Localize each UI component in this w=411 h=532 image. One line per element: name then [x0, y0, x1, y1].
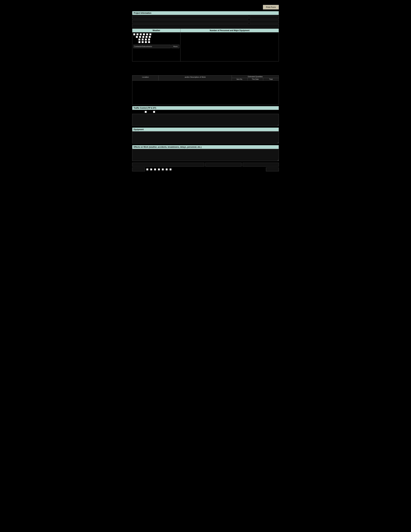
weather-cb-box-1[interactable]	[133, 33, 135, 35]
effects-header: Effects on Work (weather, accidents, bre…	[132, 145, 279, 149]
bottom-row	[132, 168, 279, 171]
effects-section: Effects on Work (weather, accidents, bre…	[132, 145, 279, 161]
bottom-cb-3	[154, 169, 156, 171]
print-form-button[interactable]: Print Form	[263, 5, 279, 10]
tc-cb-1-label	[148, 111, 150, 113]
weather-personnel-body: Contractor/Subcontractor Hours	[132, 32, 279, 61]
weather-cb-box-19[interactable]	[148, 41, 150, 43]
traffic-control-section: Traffic Control (TP & DT)	[132, 106, 279, 126]
project-field-2-side[interactable]	[250, 20, 279, 23]
tc-cb-2-label	[156, 111, 158, 113]
tc-cb-1[interactable]	[145, 111, 147, 113]
project-field-1[interactable]	[132, 16, 249, 19]
bottom-cb-5	[162, 169, 164, 171]
weather-cb-row2	[133, 36, 179, 38]
bottom-cb-2	[150, 169, 152, 171]
tc-label-1	[132, 111, 141, 113]
weather-cb-box-14[interactable]	[145, 38, 147, 40]
bottom-cb-box-4[interactable]	[158, 169, 160, 171]
weather-cb-box-3[interactable]	[140, 33, 142, 35]
traffic-control-textarea[interactable]	[132, 114, 279, 126]
work-rows-container	[132, 81, 279, 105]
weather-cb-box-8[interactable]	[139, 36, 141, 38]
project-field-2[interactable]	[132, 20, 249, 23]
tc-cb-item-2	[153, 111, 158, 113]
signature-field-1[interactable]	[132, 163, 204, 167]
bottom-cb-box-7[interactable]	[169, 169, 171, 171]
bottom-cb-box-3[interactable]	[154, 169, 156, 171]
work-section: Location and/or Description of Work Esti…	[132, 62, 279, 105]
contractor-label: Contractor/Subcontractor	[133, 45, 171, 48]
signature-row	[132, 163, 279, 167]
weather-personnel-header: Weather Number of Personnel and Major Eq…	[132, 28, 279, 32]
bottom-cb-1	[146, 169, 148, 171]
effects-textarea[interactable]	[132, 149, 279, 161]
project-field-1-side[interactable]	[250, 16, 279, 19]
bottom-input-start[interactable]	[132, 168, 145, 171]
equipment-section: Equipment	[132, 127, 279, 144]
weather-cb-1-6	[149, 33, 151, 35]
weather-cb-box-5[interactable]	[146, 33, 148, 35]
weather-cb-box-4[interactable]	[143, 33, 145, 35]
weather-cb-1-1	[133, 33, 135, 35]
bottom-cb-box-1[interactable]	[146, 169, 148, 171]
bottom-cb-box-6[interactable]	[166, 169, 168, 171]
equipment-textarea[interactable]	[132, 131, 279, 143]
bottom-cb-7	[169, 169, 171, 171]
bottom-input-end[interactable]	[266, 168, 279, 171]
project-info-section: Project Information	[132, 11, 279, 28]
bottom-cb-6	[166, 169, 168, 171]
weather-cb-box-16[interactable]	[139, 41, 140, 43]
hours-label: Hours	[171, 45, 179, 48]
est-total: Total	[263, 78, 279, 80]
weather-cb-row4	[133, 41, 179, 43]
weather-cb-box-6[interactable]	[149, 33, 151, 35]
equipment-header: Equipment	[132, 127, 279, 131]
weather-cb-1-5	[146, 33, 148, 35]
project-field-3[interactable]	[132, 24, 279, 28]
signature-field-3[interactable]	[243, 163, 279, 167]
weather-cb-box-15[interactable]	[148, 38, 150, 40]
tc-checkbox-row	[132, 110, 279, 114]
bottom-cb-4	[158, 169, 160, 171]
personnel-col-header: Number of Personnel and Major Equipment	[180, 28, 279, 32]
weather-cb-box-18[interactable]	[145, 41, 147, 43]
est-this-date: This Date	[248, 78, 263, 80]
weather-col-body: Contractor/Subcontractor Hours	[132, 32, 180, 61]
work-table-header: Location and/or Description of Work Esti…	[132, 75, 279, 81]
weather-cb-box-7[interactable]	[136, 36, 138, 38]
bottom-cb-box-5[interactable]	[162, 169, 164, 171]
project-info-header: Project Information	[132, 11, 279, 15]
weather-cb-row3	[133, 38, 179, 40]
contractor-row: Contractor/Subcontractor Hours	[133, 45, 179, 48]
weather-cb-1-4	[143, 33, 145, 35]
weather-col-header: Weather	[132, 28, 180, 32]
weather-cb-box-13[interactable]	[142, 38, 144, 40]
weather-cb-row1	[133, 33, 179, 35]
bottom-cb-group	[146, 169, 265, 171]
weather-cb-box-2[interactable]	[137, 33, 139, 35]
weather-cb-box-17[interactable]	[142, 41, 144, 43]
signature-field-2[interactable]	[205, 163, 242, 167]
work-col-est: Estimated Quantities Item No. This Date …	[232, 76, 279, 80]
bottom-cb-box-2[interactable]	[150, 169, 152, 171]
weather-cb-box-9[interactable]	[142, 36, 144, 38]
tc-cb-2[interactable]	[153, 111, 155, 113]
traffic-control-header: Traffic Control (TP & DT)	[132, 106, 279, 110]
weather-cb-1-2	[137, 33, 139, 35]
weather-cb-box-11[interactable]	[149, 36, 151, 38]
personnel-col-body	[180, 32, 279, 61]
weather-cb-box-10[interactable]	[146, 36, 148, 38]
weather-cb-1-3	[140, 33, 142, 35]
est-quantities-label: Estimated Quantities	[232, 76, 279, 78]
est-item-no: Item No.	[232, 78, 247, 80]
work-col-location: Location	[132, 76, 159, 80]
work-col-desc: and/or Description of Work	[159, 76, 232, 80]
weather-cb-box-12[interactable]	[139, 38, 140, 40]
tc-cb-item-1	[145, 111, 150, 113]
